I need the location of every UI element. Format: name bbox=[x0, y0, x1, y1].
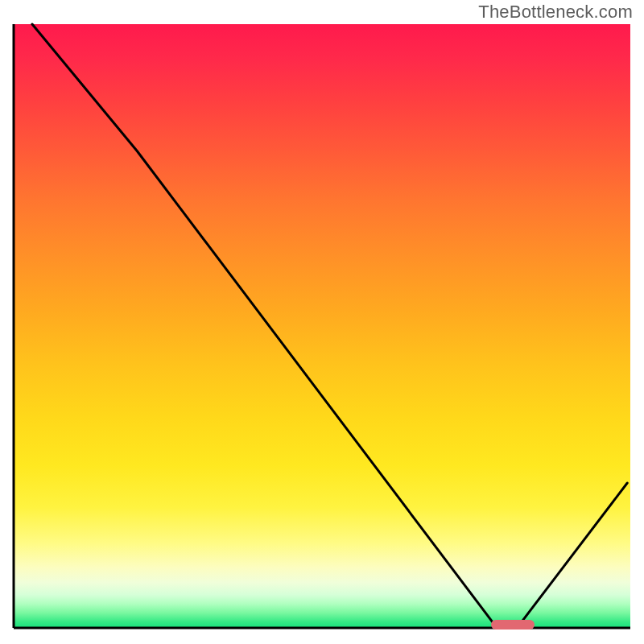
chart-line-series bbox=[11, 23, 633, 631]
bottleneck-curve bbox=[32, 24, 627, 625]
optimal-range-marker bbox=[491, 620, 535, 630]
watermark-text: TheBottleneck.com bbox=[478, 2, 633, 23]
chart-plot-area bbox=[11, 23, 633, 631]
